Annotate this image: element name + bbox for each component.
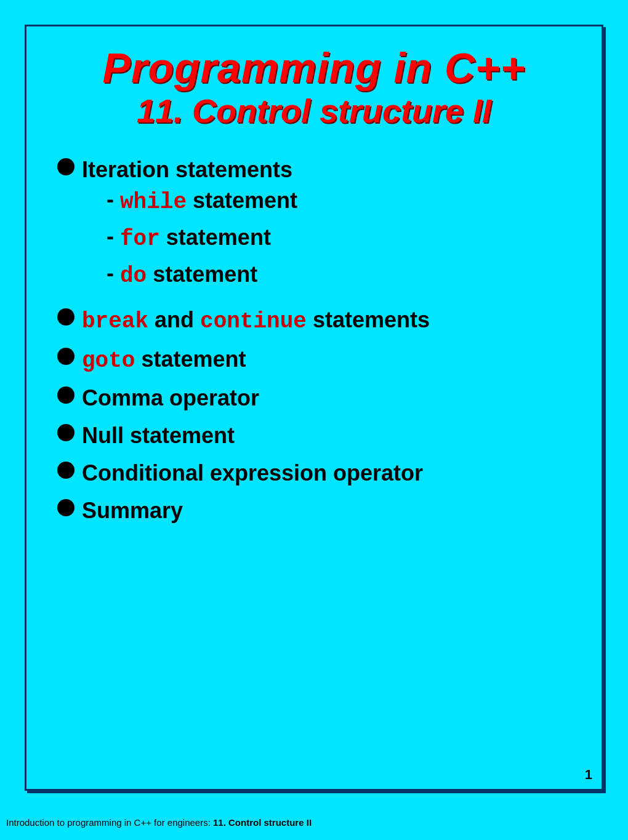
list-item: Conditional expression operator — [57, 459, 571, 488]
sub-list-item: - for statement — [107, 223, 297, 254]
sub-dash: - — [107, 186, 114, 212]
bullet-icon — [57, 348, 74, 365]
footer: Introduction to programming in C++ for e… — [0, 817, 628, 828]
menu-list: Iteration statements - while statement -… — [57, 156, 571, 526]
title-line2: 11. Control structure II — [57, 91, 571, 131]
item-text: Null statement — [82, 422, 235, 450]
sub-list-item: - do statement — [107, 260, 297, 291]
item-text: break and continue statements — [82, 306, 430, 337]
item-text: Comma operator — [82, 384, 259, 413]
code-keyword: while — [120, 190, 187, 215]
code-keyword: do — [120, 263, 147, 289]
sub-list: - while statement - for statement - do s… — [107, 186, 297, 290]
sub-dash: - — [107, 223, 114, 249]
footer-label: Introduction to programming in C++ for e… — [6, 817, 213, 828]
item-text: Summary — [82, 497, 183, 526]
bullet-icon — [57, 386, 74, 404]
title-block: Programming in C++ 11. Control structure… — [57, 45, 571, 137]
item-text: Iteration statements — [82, 157, 292, 182]
sub-item-text: for statement — [120, 223, 271, 254]
sub-item-text: do statement — [120, 260, 257, 291]
sub-dash: - — [107, 260, 114, 286]
slide-inner: Programming in C++ 11. Control structure… — [26, 26, 602, 553]
code-keyword: for — [120, 226, 160, 252]
item-text: Conditional expression operator — [82, 459, 423, 488]
item-text: goto statement — [82, 345, 246, 376]
footer-chapter: 11. Control structure II — [213, 817, 312, 828]
list-item: goto statement — [57, 345, 571, 376]
sub-item-text: while statement — [120, 186, 297, 217]
bullet-icon — [57, 158, 74, 175]
code-keyword: goto — [82, 348, 135, 374]
list-item: Comma operator — [57, 384, 571, 413]
slide-container: Programming in C++ 11. Control structure… — [25, 25, 603, 791]
bullet-icon — [57, 499, 74, 516]
list-item: Iteration statements - while statement -… — [57, 156, 571, 297]
code-keyword: continue — [200, 309, 307, 334]
bullet-icon — [57, 462, 74, 479]
list-item: Summary — [57, 497, 571, 526]
sub-list-item: - while statement — [107, 186, 297, 217]
bullet-icon — [57, 424, 74, 441]
page-number: 1 — [585, 767, 592, 783]
list-item: Null statement — [57, 422, 571, 450]
bullet-icon — [57, 308, 74, 326]
title-line1: Programming in C++ — [57, 45, 571, 91]
code-keyword: break — [82, 309, 148, 334]
list-item: break and continue statements — [57, 306, 571, 337]
